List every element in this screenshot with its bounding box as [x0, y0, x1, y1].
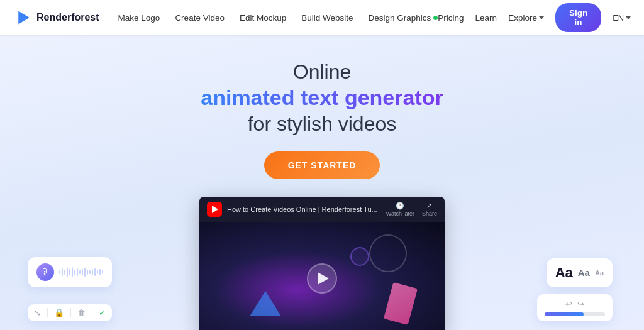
font-medium-aa[interactable]: Aa — [578, 267, 590, 278]
progress-bar-fill — [545, 312, 584, 316]
video-title: How to Create Videos Online | Renderfore… — [227, 206, 381, 213]
share-action[interactable]: ↗ Share — [422, 202, 437, 217]
share-icon: ↗ — [426, 202, 432, 210]
toolbar-divider — [47, 308, 48, 317]
hero-section: Online animated text generator for styli… — [0, 35, 644, 330]
svg-marker-0 — [18, 11, 30, 25]
font-large-aa[interactable]: Aa — [555, 265, 573, 281]
deco-circle-1 — [369, 234, 407, 272]
language-selector[interactable]: EN — [613, 13, 631, 23]
nav-design-graphics[interactable]: Design Graphics — [369, 13, 438, 23]
fonts-widget: Aa Aa Aa — [547, 258, 613, 287]
hero-line3: for stylish videos — [201, 111, 443, 136]
lang-chevron-icon — [626, 16, 631, 19]
nav-make-logo[interactable]: Make Logo — [118, 13, 160, 23]
video-row: 🎙 — [0, 197, 644, 331]
youtube-play-triangle — [212, 206, 218, 213]
deco-shape-blue — [250, 291, 281, 316]
navbar-right: Pricing Learn Explore Sign in EN — [438, 3, 631, 32]
youtube-icon — [207, 202, 222, 217]
nav-build-website[interactable]: Build Website — [301, 13, 353, 23]
crop-icon[interactable]: ⤡ — [34, 308, 41, 317]
confirm-icon[interactable]: ✓ — [99, 308, 106, 317]
hero-title: Online animated text generator for styli… — [201, 59, 443, 136]
video-header: How to Create Videos Online | Renderfore… — [199, 197, 445, 222]
signin-button[interactable]: Sign in — [555, 3, 601, 32]
toolbar-divider-3 — [92, 308, 92, 317]
progress-bar-background — [545, 312, 605, 316]
lock-icon[interactable]: 🔒 — [54, 308, 64, 317]
brand-logo[interactable]: Renderforest — [15, 9, 99, 26]
deco-circle-2 — [350, 247, 369, 266]
mic-widget: 🎙 — [28, 257, 112, 287]
font-small-aa[interactable]: Aa — [595, 269, 604, 277]
play-triangle-icon — [318, 272, 329, 285]
delete-icon[interactable]: 🗑 — [77, 308, 86, 317]
toolbar-widget: ⤡ 🔒 🗑 ✓ — [28, 304, 112, 321]
video-body[interactable] — [199, 222, 445, 331]
nav-create-video[interactable]: Create Video — [175, 13, 225, 23]
nav-pricing[interactable]: Pricing — [438, 13, 464, 23]
hero-line1: Online — [201, 59, 443, 84]
get-started-button[interactable]: GET STARTED — [264, 151, 380, 179]
deco-shape-pink — [384, 282, 418, 324]
nav-links: Make Logo Create Video Edit Mockup Build… — [118, 13, 438, 23]
watch-later-action[interactable]: 🕐 Watch later — [386, 202, 414, 217]
video-thumbnail[interactable]: How to Create Videos Online | Renderfore… — [199, 197, 445, 331]
brand-name: Renderforest — [36, 12, 99, 23]
redo-icon[interactable]: ↪ — [577, 299, 584, 309]
nav-explore[interactable]: Explore — [508, 13, 544, 23]
hero-line2: animated text generator — [201, 84, 443, 111]
video-actions: 🕐 Watch later ↗ Share — [386, 202, 437, 217]
nav-learn[interactable]: Learn — [475, 13, 497, 23]
undo-redo-widget: ↩ ↪ — [537, 294, 613, 321]
toolbar-divider-2 — [70, 308, 71, 317]
microphone-icon: 🎙 — [36, 263, 54, 281]
waveform — [59, 267, 103, 278]
undo-icon[interactable]: ↩ — [565, 299, 572, 309]
chevron-down-icon — [539, 16, 544, 19]
undo-redo-row: ↩ ↪ — [545, 299, 605, 309]
nav-edit-mockup[interactable]: Edit Mockup — [240, 13, 286, 23]
clock-icon: 🕐 — [396, 202, 404, 210]
new-badge-dot — [433, 16, 438, 20]
video-play-button[interactable] — [307, 263, 337, 294]
navbar: Renderforest Make Logo Create Video Edit… — [0, 0, 644, 35]
